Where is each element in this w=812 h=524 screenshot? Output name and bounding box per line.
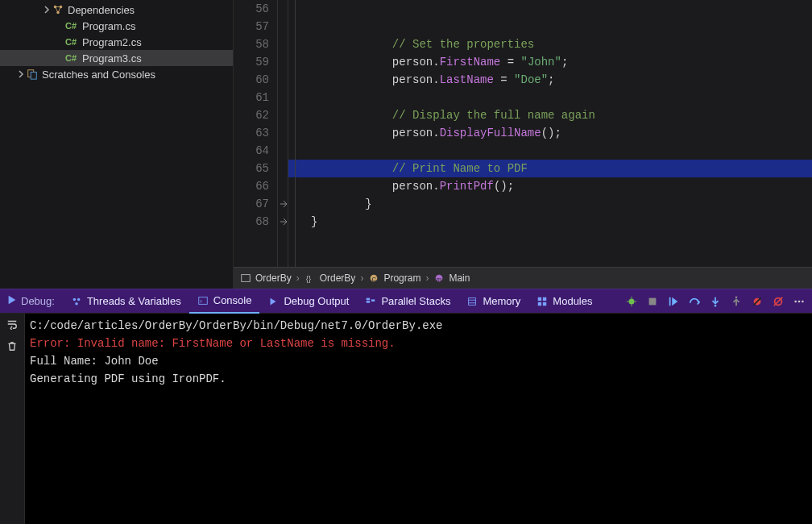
csharp-file-icon: C#: [66, 37, 79, 47]
breadcrumb-item[interactable]: OrderBy: [240, 272, 292, 284]
step-over-icon[interactable]: [688, 295, 701, 308]
chevron-right-icon[interactable]: [16, 70, 26, 78]
tree-item-cs[interactable]: C#Program2.cs: [0, 34, 233, 50]
bug-icon[interactable]: [625, 295, 638, 308]
svg-text:{}: {}: [305, 274, 311, 283]
tab-stacks[interactable]: Parallel Stacks: [357, 289, 458, 314]
soft-wrap-icon[interactable]: [6, 318, 18, 332]
resume-icon[interactable]: [667, 295, 680, 308]
debug-icon: [6, 294, 18, 308]
tree-item-scratches[interactable]: Scratches and Consoles: [0, 66, 233, 82]
svg-point-13: [75, 302, 78, 305]
line-number[interactable]: 66: [234, 177, 277, 195]
code-line[interactable]: // Display the full name again: [288, 106, 812, 124]
breadcrumb[interactable]: OrderBy›{}OrderBy›CProgram›mMain: [234, 267, 812, 289]
code-line[interactable]: person.LastName = "Doe";: [288, 71, 812, 89]
fold-column[interactable]: [277, 0, 288, 267]
tree-item-label: Scratches and Consoles: [42, 69, 155, 81]
line-number[interactable]: 60: [234, 71, 277, 89]
project-sidebar: DependenciesC#Program.csC#Program2.csC#P…: [0, 0, 234, 289]
code-line[interactable]: [288, 0, 812, 18]
project-icon: [240, 272, 251, 284]
disable-breakpoints-icon[interactable]: [751, 295, 764, 308]
chevron-right-icon[interactable]: [42, 6, 52, 14]
code-line[interactable]: person.FirstName = "John";: [288, 53, 812, 71]
tree-item-cs[interactable]: C#Program.cs: [0, 18, 233, 34]
fold-end-icon[interactable]: [279, 199, 288, 209]
csharp-file-icon: C#: [66, 21, 79, 31]
svg-point-32: [715, 304, 717, 306]
tab-memory[interactable]: Memory: [458, 289, 528, 314]
line-number[interactable]: 61: [234, 89, 277, 106]
console-panel: C:/code/articles/OrderBy/OrderBy/bin/Deb…: [0, 313, 812, 524]
console-line: C:/code/articles/OrderBy/OrderBy/bin/Deb…: [30, 317, 807, 335]
code-line[interactable]: [288, 142, 812, 160]
breadcrumb-item[interactable]: {}OrderBy: [304, 272, 356, 284]
code-lines[interactable]: // Set the properties person.FirstName =…: [288, 0, 812, 267]
threads-icon: [71, 296, 82, 307]
tab-label: Threads & Variables: [87, 295, 181, 307]
svg-rect-21: [538, 297, 541, 300]
console-line: Error: Invalid name: FirstName or LastNa…: [30, 335, 807, 352]
svg-point-11: [73, 297, 77, 301]
line-number[interactable]: 57: [234, 18, 277, 35]
tab-modules[interactable]: Modules: [528, 289, 600, 314]
tab-console[interactable]: Console: [189, 289, 260, 314]
tree-item-label: Program3.cs: [82, 52, 142, 64]
fold-end-icon[interactable]: [279, 217, 288, 227]
more-icon[interactable]: [793, 295, 806, 308]
breadcrumb-item[interactable]: mMain: [433, 272, 470, 284]
tab-threads[interactable]: Threads & Variables: [63, 289, 189, 314]
svg-text:m: m: [437, 276, 442, 283]
svg-point-33: [735, 296, 738, 298]
line-number[interactable]: 62: [234, 106, 277, 124]
line-number[interactable]: 67: [234, 195, 277, 213]
svg-rect-30: [649, 297, 657, 305]
tab-output[interactable]: Debug Output: [259, 289, 357, 314]
line-number[interactable]: 65: [234, 160, 277, 177]
breadcrumb-separator: ›: [425, 272, 429, 284]
csharp-file-icon: C#: [66, 53, 79, 63]
line-number[interactable]: 59: [234, 53, 277, 71]
clear-icon[interactable]: [6, 340, 18, 354]
svg-point-40: [802, 300, 804, 302]
tab-label: Memory: [483, 295, 520, 307]
breadcrumb-label: Program: [383, 272, 420, 284]
line-number[interactable]: 64: [234, 142, 277, 160]
dependencies-icon: [52, 4, 64, 15]
tree-item-cs[interactable]: C#Program3.cs: [0, 50, 233, 66]
tab-label: Debug Output: [284, 295, 349, 307]
line-number[interactable]: 58: [234, 35, 277, 53]
tree-item-dependencies[interactable]: Dependencies: [0, 2, 233, 18]
step-into-icon[interactable]: [709, 295, 722, 308]
code-line[interactable]: }: [288, 213, 812, 231]
code-line[interactable]: [288, 89, 812, 106]
step-out-icon[interactable]: [730, 295, 743, 308]
debug-label-text: Debug:: [21, 295, 55, 307]
breadcrumb-label: OrderBy: [320, 272, 356, 284]
code-line[interactable]: }: [288, 195, 812, 213]
stop-icon[interactable]: [646, 295, 659, 308]
code-line[interactable]: // Set the properties: [288, 35, 812, 53]
code-line[interactable]: person.PrintPdf();: [288, 177, 812, 195]
breadcrumb-item[interactable]: CProgram: [368, 272, 420, 284]
svg-rect-18: [469, 297, 476, 305]
tree-item-label: Program2.cs: [82, 36, 142, 48]
code-line[interactable]: [288, 18, 812, 35]
code-line[interactable]: person.DisplayFullName();: [288, 124, 812, 142]
line-number[interactable]: 63: [234, 124, 277, 142]
svg-rect-24: [543, 302, 546, 305]
console-output[interactable]: C:/code/articles/OrderBy/OrderBy/bin/Deb…: [24, 314, 812, 524]
mute-breakpoints-icon[interactable]: [772, 295, 785, 308]
breadcrumb-label: OrderBy: [255, 272, 292, 284]
svg-point-39: [798, 300, 801, 302]
line-number[interactable]: 56: [234, 0, 277, 18]
line-number[interactable]: 68: [234, 213, 277, 231]
tab-label: Parallel Stacks: [381, 295, 450, 307]
svg-rect-4: [31, 72, 36, 79]
svg-rect-31: [669, 297, 671, 306]
tree-item-label: Program.cs: [82, 20, 135, 32]
stacks-icon: [365, 296, 376, 307]
breadcrumb-separator: ›: [360, 272, 363, 284]
code-line[interactable]: // Print Name to PDF: [288, 160, 812, 177]
